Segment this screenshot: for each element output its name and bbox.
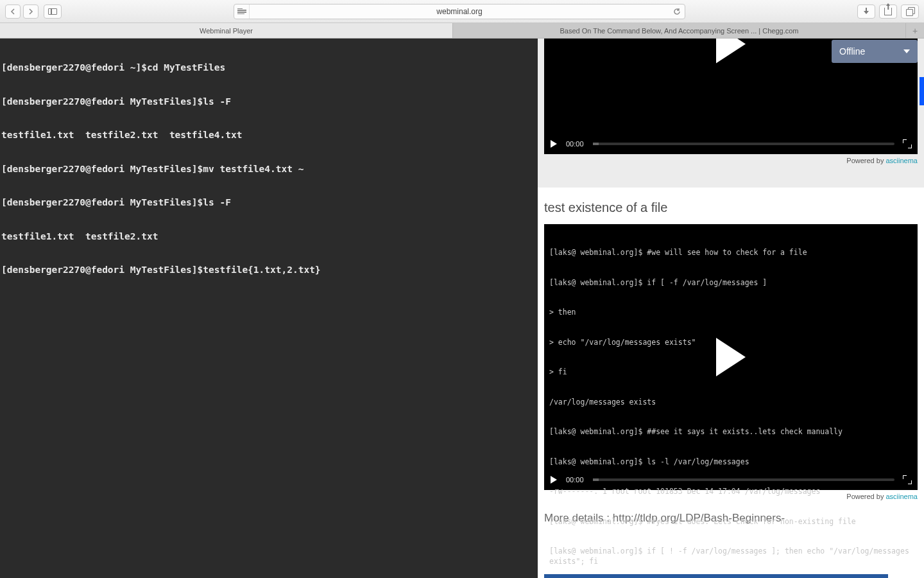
- asciinema-player-2: [laks@ webminal.org]$ #we will see how t…: [544, 224, 918, 490]
- cast-line: /var/log/messages exists: [549, 398, 912, 408]
- play-icon: [716, 39, 746, 63]
- terminal-line: [densberger2270@fedori ~]$cd MyTestFiles: [1, 62, 536, 74]
- forward-button[interactable]: [23, 4, 38, 19]
- url-text: webminal.org: [250, 7, 669, 16]
- terminal[interactable]: [densberger2270@fedori ~]$cd MyTestFiles…: [0, 39, 538, 578]
- tab-chegg[interactable]: Based On The Command Below, And Accompan…: [453, 23, 906, 38]
- player-time: 00:00: [566, 140, 584, 148]
- offline-label: Offline: [839, 46, 865, 57]
- cast-line: > then: [549, 308, 912, 318]
- reader-icon: [237, 8, 246, 15]
- terminal-line: [densberger2270@fedori MyTestFiles]$ls -…: [1, 197, 536, 209]
- progress-track[interactable]: [593, 143, 894, 145]
- powered-by: Powered by asciinema: [538, 154, 924, 164]
- cast-content: [laks@ webminal.org]$ #we will see how t…: [549, 228, 912, 578]
- play-button[interactable]: [551, 140, 557, 148]
- bottom-accent: [544, 574, 888, 578]
- cast-line: [laks@ webminal.org]$ if [ -f /var/log/m…: [549, 278, 912, 288]
- section-title: test existence of a file: [538, 188, 924, 220]
- player-controls: 00:00: [544, 134, 918, 154]
- cast-line: [laks@ webminal.org]$ ##see it says it e…: [549, 427, 912, 437]
- terminal-line: [densberger2270@fedori MyTestFiles]$mv t…: [1, 164, 536, 175]
- chevron-down-icon: [903, 49, 910, 53]
- cast-line: [laks@ webminal.org]$ ##yes it does. Let…: [549, 517, 912, 527]
- cast-line: [laks@ webminal.org]$ #we will see how t…: [549, 248, 912, 258]
- reader-mode-button[interactable]: [234, 4, 250, 19]
- sidebar-icon: [48, 8, 57, 15]
- play-icon: [716, 338, 746, 376]
- downloads-button[interactable]: [857, 4, 875, 19]
- tabs-icon: [906, 8, 914, 15]
- share-button[interactable]: [879, 4, 897, 19]
- asciinema-link[interactable]: asciinema: [886, 157, 918, 164]
- terminal-line: testfile1.txt testfile2.txt testfile4.tx…: [1, 130, 536, 141]
- player-controls: 00:00: [544, 469, 918, 490]
- fullscreen-button[interactable]: [903, 140, 911, 148]
- play-button[interactable]: [551, 476, 557, 484]
- nav-buttons: [5, 4, 38, 19]
- share-icon: [884, 8, 892, 15]
- tab-webminal[interactable]: Webminal Player: [0, 23, 453, 38]
- fullscreen-button[interactable]: [903, 476, 911, 484]
- reload-button[interactable]: [669, 4, 685, 19]
- side-accent: [920, 77, 924, 105]
- cast-line: [laks@ webminal.org]$ ls -l /var/log/mes…: [549, 457, 912, 468]
- terminal-line: [densberger2270@fedori MyTestFiles]$test…: [1, 265, 536, 276]
- tab-label: Based On The Command Below, And Accompan…: [560, 27, 799, 35]
- back-button[interactable]: [5, 4, 21, 19]
- right-pane: 00:00 Powered by asciinema test existenc…: [538, 39, 924, 578]
- terminal-line: [densberger2270@fedori MyTestFiles]$ls -…: [1, 96, 536, 108]
- player-time: 00:00: [566, 476, 584, 484]
- content-area: [densberger2270@fedori ~]$cd MyTestFiles…: [0, 39, 924, 578]
- show-tabs-button[interactable]: [901, 4, 919, 19]
- play-overlay-button[interactable]: [705, 331, 757, 383]
- sidebar-toggle-button[interactable]: [44, 4, 62, 19]
- url-bar[interactable]: webminal.org: [234, 4, 685, 19]
- offline-dropdown[interactable]: Offline: [832, 40, 918, 63]
- new-tab-button[interactable]: +: [906, 23, 924, 38]
- toolbar-right-buttons: [857, 4, 919, 19]
- cast-line: [laks@ webminal.org]$ if [ ! -f /var/log…: [549, 547, 912, 566]
- terminal-line: testfile1.txt testfile2.txt: [1, 231, 536, 243]
- play-overlay-button[interactable]: [705, 39, 757, 69]
- tab-bar: Webminal Player Based On The Command Bel…: [0, 23, 924, 39]
- progress-track[interactable]: [593, 478, 894, 481]
- download-icon: [862, 8, 870, 15]
- browser-toolbar: webminal.org: [0, 0, 924, 23]
- tab-label: Webminal Player: [200, 27, 253, 35]
